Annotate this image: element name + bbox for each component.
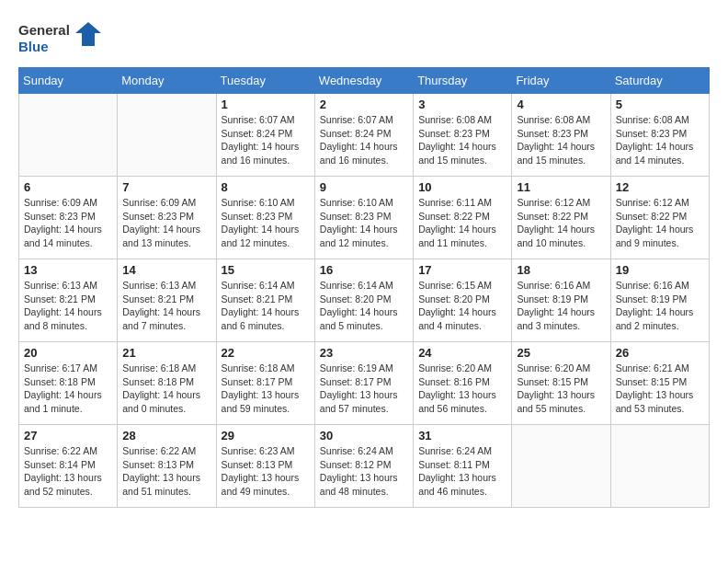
calendar-day-cell: 17Sunrise: 6:15 AM Sunset: 8:20 PM Dayli…: [414, 259, 512, 342]
day-info: Sunrise: 6:11 AM Sunset: 8:22 PM Dayligh…: [418, 196, 506, 250]
day-of-week-header: Friday: [512, 68, 610, 94]
day-info: Sunrise: 6:22 AM Sunset: 8:13 PM Dayligh…: [122, 444, 210, 499]
page-header: General Blue: [18, 18, 710, 60]
calendar-day-cell: 4Sunrise: 6:08 AM Sunset: 8:23 PM Daylig…: [512, 94, 610, 177]
day-number: 19: [616, 263, 704, 277]
day-number: 17: [418, 263, 506, 277]
day-number: 3: [418, 98, 506, 111]
day-number: 6: [24, 180, 112, 194]
day-of-week-header: Monday: [118, 68, 216, 94]
day-number: 31: [418, 429, 506, 442]
calendar-day-cell: 26Sunrise: 6:21 AM Sunset: 8:15 PM Dayli…: [610, 342, 709, 425]
calendar-header-row: SundayMondayTuesdayWednesdayThursdayFrid…: [19, 68, 710, 94]
calendar-day-cell: 9Sunrise: 6:10 AM Sunset: 8:23 PM Daylig…: [314, 177, 413, 259]
day-number: 10: [418, 180, 506, 194]
calendar-day-cell: 24Sunrise: 6:20 AM Sunset: 8:16 PM Dayli…: [414, 342, 512, 425]
day-info: Sunrise: 6:19 AM Sunset: 8:17 PM Dayligh…: [320, 362, 408, 416]
day-info: Sunrise: 6:08 AM Sunset: 8:23 PM Dayligh…: [418, 113, 506, 167]
day-of-week-header: Tuesday: [216, 68, 314, 94]
day-info: Sunrise: 6:18 AM Sunset: 8:18 PM Dayligh…: [122, 362, 210, 416]
day-number: 7: [122, 180, 210, 194]
day-number: 8: [222, 180, 310, 194]
day-number: 26: [616, 346, 704, 360]
calendar-day-cell: 25Sunrise: 6:20 AM Sunset: 8:15 PM Dayli…: [512, 342, 610, 425]
calendar-day-cell: 31Sunrise: 6:24 AM Sunset: 8:11 PM Dayli…: [414, 425, 512, 508]
day-number: 18: [517, 263, 605, 277]
calendar-day-cell: 22Sunrise: 6:18 AM Sunset: 8:17 PM Dayli…: [216, 342, 314, 425]
day-info: Sunrise: 6:14 AM Sunset: 8:20 PM Dayligh…: [320, 279, 408, 333]
day-number: 29: [222, 429, 310, 442]
day-info: Sunrise: 6:10 AM Sunset: 8:23 PM Dayligh…: [320, 196, 408, 250]
day-info: Sunrise: 6:17 AM Sunset: 8:18 PM Dayligh…: [24, 362, 112, 416]
day-number: 5: [616, 98, 704, 111]
calendar-day-cell: [610, 425, 709, 508]
calendar-week-row: 20Sunrise: 6:17 AM Sunset: 8:18 PM Dayli…: [19, 342, 710, 425]
day-info: Sunrise: 6:07 AM Sunset: 8:24 PM Dayligh…: [222, 113, 310, 167]
calendar-day-cell: 27Sunrise: 6:22 AM Sunset: 8:14 PM Dayli…: [19, 425, 118, 508]
day-info: Sunrise: 6:20 AM Sunset: 8:15 PM Dayligh…: [517, 362, 605, 416]
day-info: Sunrise: 6:13 AM Sunset: 8:21 PM Dayligh…: [122, 279, 210, 333]
calendar-day-cell: 5Sunrise: 6:08 AM Sunset: 8:23 PM Daylig…: [610, 94, 709, 177]
calendar-week-row: 1Sunrise: 6:07 AM Sunset: 8:24 PM Daylig…: [19, 94, 710, 177]
calendar-day-cell: [512, 425, 610, 508]
day-of-week-header: Thursday: [414, 68, 512, 94]
day-info: Sunrise: 6:10 AM Sunset: 8:23 PM Dayligh…: [222, 196, 310, 250]
logo-svg: General Blue: [18, 18, 101, 60]
calendar-day-cell: 30Sunrise: 6:24 AM Sunset: 8:12 PM Dayli…: [314, 425, 413, 508]
day-info: Sunrise: 6:09 AM Sunset: 8:23 PM Dayligh…: [24, 196, 112, 250]
day-info: Sunrise: 6:08 AM Sunset: 8:23 PM Dayligh…: [616, 113, 704, 167]
calendar-day-cell: 23Sunrise: 6:19 AM Sunset: 8:17 PM Dayli…: [314, 342, 413, 425]
day-info: Sunrise: 6:23 AM Sunset: 8:13 PM Dayligh…: [222, 444, 310, 499]
day-info: Sunrise: 6:12 AM Sunset: 8:22 PM Dayligh…: [517, 196, 605, 250]
day-info: Sunrise: 6:09 AM Sunset: 8:23 PM Dayligh…: [122, 196, 210, 250]
calendar-day-cell: 14Sunrise: 6:13 AM Sunset: 8:21 PM Dayli…: [118, 259, 216, 342]
day-number: 13: [24, 263, 112, 277]
calendar-day-cell: 10Sunrise: 6:11 AM Sunset: 8:22 PM Dayli…: [414, 177, 512, 259]
calendar-day-cell: 1Sunrise: 6:07 AM Sunset: 8:24 PM Daylig…: [216, 94, 314, 177]
calendar-day-cell: 7Sunrise: 6:09 AM Sunset: 8:23 PM Daylig…: [118, 177, 216, 259]
day-number: 30: [320, 429, 408, 442]
day-info: Sunrise: 6:24 AM Sunset: 8:12 PM Dayligh…: [320, 444, 408, 499]
day-number: 15: [222, 263, 310, 277]
calendar-day-cell: 16Sunrise: 6:14 AM Sunset: 8:20 PM Dayli…: [314, 259, 413, 342]
day-number: 11: [517, 180, 605, 194]
calendar-day-cell: 13Sunrise: 6:13 AM Sunset: 8:21 PM Dayli…: [19, 259, 118, 342]
day-info: Sunrise: 6:13 AM Sunset: 8:21 PM Dayligh…: [24, 279, 112, 333]
calendar-day-cell: 2Sunrise: 6:07 AM Sunset: 8:24 PM Daylig…: [314, 94, 413, 177]
calendar-day-cell: 12Sunrise: 6:12 AM Sunset: 8:22 PM Dayli…: [610, 177, 709, 259]
day-number: 27: [24, 429, 112, 442]
calendar-table: SundayMondayTuesdayWednesdayThursdayFrid…: [18, 67, 710, 508]
day-number: 20: [24, 346, 112, 360]
calendar-day-cell: 28Sunrise: 6:22 AM Sunset: 8:13 PM Dayli…: [118, 425, 216, 508]
svg-marker-2: [75, 22, 101, 46]
calendar-day-cell: 20Sunrise: 6:17 AM Sunset: 8:18 PM Dayli…: [19, 342, 118, 425]
calendar-day-cell: 3Sunrise: 6:08 AM Sunset: 8:23 PM Daylig…: [414, 94, 512, 177]
calendar-day-cell: 11Sunrise: 6:12 AM Sunset: 8:22 PM Dayli…: [512, 177, 610, 259]
day-info: Sunrise: 6:15 AM Sunset: 8:20 PM Dayligh…: [418, 279, 506, 333]
calendar-day-cell: 21Sunrise: 6:18 AM Sunset: 8:18 PM Dayli…: [118, 342, 216, 425]
day-info: Sunrise: 6:16 AM Sunset: 8:19 PM Dayligh…: [517, 279, 605, 333]
day-info: Sunrise: 6:08 AM Sunset: 8:23 PM Dayligh…: [517, 113, 605, 167]
day-info: Sunrise: 6:22 AM Sunset: 8:14 PM Dayligh…: [24, 444, 112, 499]
day-number: 12: [616, 180, 704, 194]
day-info: Sunrise: 6:12 AM Sunset: 8:22 PM Dayligh…: [616, 196, 704, 250]
day-number: 1: [222, 98, 310, 111]
day-info: Sunrise: 6:16 AM Sunset: 8:19 PM Dayligh…: [616, 279, 704, 333]
day-number: 23: [320, 346, 408, 360]
calendar-day-cell: 29Sunrise: 6:23 AM Sunset: 8:13 PM Dayli…: [216, 425, 314, 508]
day-number: 22: [222, 346, 310, 360]
calendar-day-cell: 8Sunrise: 6:10 AM Sunset: 8:23 PM Daylig…: [216, 177, 314, 259]
day-info: Sunrise: 6:07 AM Sunset: 8:24 PM Dayligh…: [320, 113, 408, 167]
day-number: 2: [320, 98, 408, 111]
calendar-week-row: 27Sunrise: 6:22 AM Sunset: 8:14 PM Dayli…: [19, 425, 710, 508]
day-of-week-header: Wednesday: [314, 68, 413, 94]
day-number: 25: [517, 346, 605, 360]
day-info: Sunrise: 6:14 AM Sunset: 8:21 PM Dayligh…: [222, 279, 310, 333]
day-number: 9: [320, 180, 408, 194]
day-number: 16: [320, 263, 408, 277]
calendar-week-row: 13Sunrise: 6:13 AM Sunset: 8:21 PM Dayli…: [19, 259, 710, 342]
day-info: Sunrise: 6:21 AM Sunset: 8:15 PM Dayligh…: [616, 362, 704, 416]
day-info: Sunrise: 6:18 AM Sunset: 8:17 PM Dayligh…: [222, 362, 310, 416]
day-number: 14: [122, 263, 210, 277]
calendar-week-row: 6Sunrise: 6:09 AM Sunset: 8:23 PM Daylig…: [19, 177, 710, 259]
